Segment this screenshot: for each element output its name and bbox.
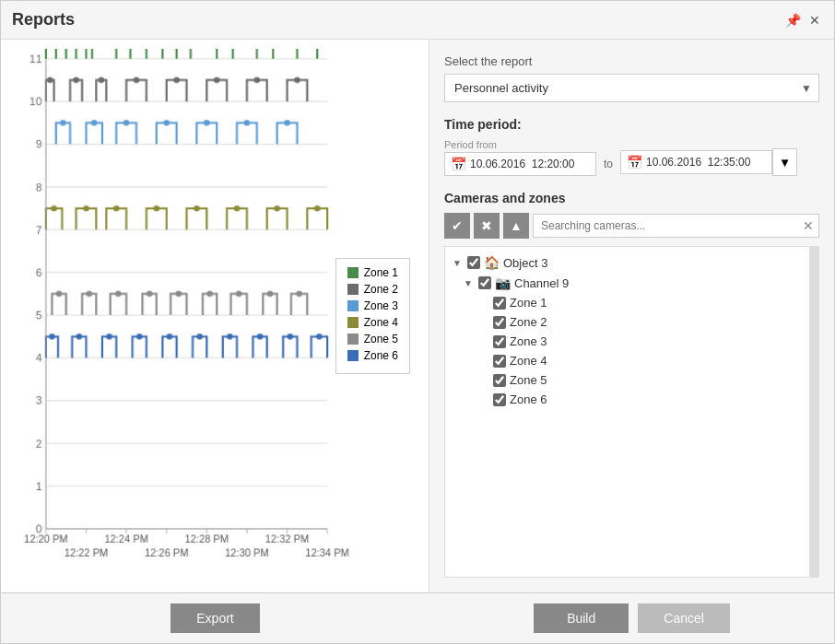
collapse-all-button[interactable]: ▲ xyxy=(503,213,529,239)
search-clear-button[interactable]: ✕ xyxy=(803,218,814,233)
bottom-bar: Export Build Cancel xyxy=(1,592,834,643)
build-button[interactable]: Build xyxy=(534,603,629,633)
main-content: Zone 1Zone 2Zone 3Zone 4Zone 5Zone 6 Sel… xyxy=(1,40,834,592)
tree-row: Zone 2 xyxy=(445,312,809,332)
from-label: Period from xyxy=(444,139,596,150)
to-date-input[interactable] xyxy=(646,156,766,169)
chart-container: Zone 1Zone 2Zone 3Zone 4Zone 5Zone 6 xyxy=(10,49,419,583)
tree-node-label: Channel 9 xyxy=(514,276,569,290)
close-button[interactable]: ✕ xyxy=(806,12,823,29)
to-input-wrapper: 📅 xyxy=(620,150,772,174)
legend-label: Zone 4 xyxy=(364,316,398,329)
title-bar: Reports 📌 ✕ xyxy=(1,1,834,40)
legend-color-swatch xyxy=(347,267,359,278)
legend-item: Zone 4 xyxy=(347,316,398,329)
legend-label: Zone 3 xyxy=(364,299,398,312)
tree-row: Zone 4 xyxy=(445,351,809,370)
legend-label: Zone 5 xyxy=(364,333,398,345)
tree-checkbox[interactable] xyxy=(493,297,506,310)
chart-legend: Zone 1Zone 2Zone 3Zone 4Zone 5Zone 6 xyxy=(335,258,410,374)
cam-toolbar: ✔ ✖ ▲ ✕ xyxy=(444,213,819,239)
report-dropdown-wrapper: Personnel activity Motion activity Camer… xyxy=(444,74,819,102)
tree-node-icon: 🏠 xyxy=(484,255,500,270)
legend-color-swatch xyxy=(347,284,359,295)
tree-row: ▼🏠Object 3 xyxy=(445,252,809,273)
scrollbar[interactable] xyxy=(810,246,819,578)
tree-node-icon: 📷 xyxy=(495,275,511,290)
from-date-input[interactable] xyxy=(470,158,590,170)
tree-checkbox[interactable] xyxy=(467,256,480,269)
legend-label: Zone 6 xyxy=(364,349,398,362)
tree-row: Zone 6 xyxy=(445,390,809,409)
deselect-all-button[interactable]: ✖ xyxy=(474,213,500,239)
to-separator: to xyxy=(604,158,613,170)
bottom-right: Build Cancel xyxy=(429,603,834,633)
legend-label: Zone 2 xyxy=(364,283,398,296)
left-panel: Zone 1Zone 2Zone 3Zone 4Zone 5Zone 6 xyxy=(1,40,429,592)
tree-checkbox[interactable] xyxy=(478,276,491,289)
tree-wrapper: ▼🏠Object 3▼📷Channel 9Zone 1Zone 2Zone 3Z… xyxy=(444,246,819,578)
cameras-section: Cameras and zones ✔ ✖ ▲ ✕ ▼🏠Object 3▼📷Ch… xyxy=(444,191,819,578)
time-period-section: Time period: Period from 📅 to 📅 xyxy=(444,117,819,176)
tree-checkbox[interactable] xyxy=(493,335,506,348)
tree-checkbox[interactable] xyxy=(493,355,506,368)
legend-item: Zone 3 xyxy=(347,299,398,312)
calendar-from-icon: 📅 xyxy=(451,157,466,171)
report-select-section: Select the report Personnel activity Mot… xyxy=(444,54,819,102)
tree-node-label: Zone 3 xyxy=(510,334,547,348)
time-from-group: Period from 📅 xyxy=(444,139,596,176)
legend-item: Zone 6 xyxy=(347,349,398,362)
time-row: Period from 📅 to 📅 ▼ xyxy=(444,139,819,176)
legend-item: Zone 5 xyxy=(347,333,398,345)
cameras-section-label: Cameras and zones xyxy=(444,191,819,205)
tree-node-label: Zone 2 xyxy=(510,315,547,329)
tree-expand-icon[interactable]: ▼ xyxy=(464,278,475,288)
search-input[interactable] xyxy=(533,214,819,238)
tree-checkbox[interactable] xyxy=(493,316,506,329)
tree-node-label: Zone 5 xyxy=(510,373,547,387)
select-all-button[interactable]: ✔ xyxy=(444,213,470,239)
tree-row: Zone 5 xyxy=(445,370,809,390)
calendar-to-icon: 📅 xyxy=(627,155,642,170)
report-dropdown[interactable]: Personnel activity Motion activity Camer… xyxy=(444,74,819,102)
report-select-label: Select the report xyxy=(444,54,819,68)
main-window: Reports 📌 ✕ Zone 1Zone 2Zone 3Zone 4Zone… xyxy=(0,0,835,644)
legend-item: Zone 2 xyxy=(347,283,398,296)
tree-node-label: Zone 4 xyxy=(510,354,547,368)
legend-label: Zone 1 xyxy=(364,266,398,279)
time-dropdown-btn[interactable]: ▼ xyxy=(772,148,797,176)
right-panel: Select the report Personnel activity Mot… xyxy=(429,40,834,592)
search-wrapper: ✕ xyxy=(533,214,819,238)
legend-color-swatch xyxy=(347,300,359,311)
legend-item: Zone 1 xyxy=(347,266,398,279)
tree-node-label: Object 3 xyxy=(503,256,547,270)
legend-color-swatch xyxy=(347,334,359,345)
tree-row: Zone 1 xyxy=(445,293,809,312)
camera-tree: ▼🏠Object 3▼📷Channel 9Zone 1Zone 2Zone 3Z… xyxy=(444,246,810,578)
tree-checkbox[interactable] xyxy=(493,374,506,387)
time-period-label: Time period: xyxy=(444,117,819,132)
tree-row: Zone 3 xyxy=(445,332,809,351)
tree-node-label: Zone 1 xyxy=(510,296,547,310)
pin-button[interactable]: 📌 xyxy=(784,12,801,29)
window-controls: 📌 ✕ xyxy=(784,12,823,29)
legend-color-swatch xyxy=(347,350,359,361)
legend-color-swatch xyxy=(347,317,359,328)
from-input-wrapper: 📅 xyxy=(444,152,596,176)
tree-row: ▼📷Channel 9 xyxy=(445,273,809,293)
cancel-button[interactable]: Cancel xyxy=(638,603,730,633)
tree-expand-icon[interactable]: ▼ xyxy=(453,258,464,268)
tree-node-label: Zone 6 xyxy=(510,392,547,406)
bottom-left: Export xyxy=(1,603,429,633)
time-to-group: 📅 ▼ xyxy=(620,148,797,176)
tree-checkbox[interactable] xyxy=(493,393,506,406)
window-title: Reports xyxy=(12,10,75,29)
export-button[interactable]: Export xyxy=(171,603,259,633)
